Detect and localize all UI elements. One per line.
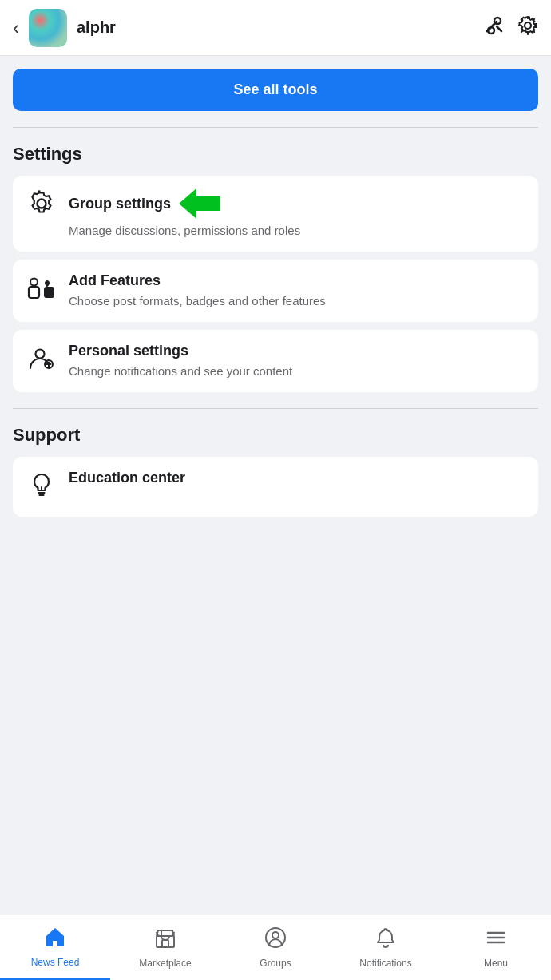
groups-icon — [264, 926, 287, 954]
tools-icon[interactable] — [484, 15, 505, 41]
header: ‹ alphr — [0, 0, 551, 56]
avatar — [29, 9, 67, 47]
education-center-text: Education center — [69, 470, 524, 490]
education-center-item[interactable]: Education center — [13, 457, 538, 517]
personal-settings-item[interactable]: Personal settings Change notifications a… — [13, 330, 538, 392]
home-icon — [44, 926, 66, 954]
see-all-tools-button[interactable]: See all tools — [13, 69, 538, 111]
group-settings-text: Group settings Manage discussions, permi… — [69, 188, 524, 239]
svg-point-17 — [272, 932, 279, 938]
header-icons — [484, 15, 538, 41]
menu-icon — [485, 926, 507, 954]
svg-point-9 — [30, 279, 38, 286]
add-features-title: Add Features — [69, 272, 524, 289]
settings-icon[interactable] — [517, 15, 538, 41]
settings-section: Settings Group settings — [13, 144, 538, 392]
nav-label-marketplace: Marketplace — [139, 958, 191, 969]
svg-point-5 — [525, 22, 531, 29]
nav-item-notifications[interactable]: Notifications — [331, 915, 441, 980]
gear-icon — [27, 190, 56, 223]
add-features-text: Add Features Choose post formats, badges… — [69, 272, 524, 309]
svg-point-1 — [494, 18, 501, 24]
settings-heading: Settings — [13, 144, 538, 165]
store-icon — [154, 926, 176, 954]
nav-item-groups[interactable]: Groups — [220, 915, 331, 980]
add-features-icon — [27, 274, 56, 308]
nav-label-notifications: Notifications — [359, 958, 411, 969]
svg-line-3 — [497, 26, 501, 31]
add-features-desc: Choose post formats, badges and other fe… — [69, 292, 524, 309]
bell-icon — [375, 926, 397, 954]
svg-rect-15 — [162, 940, 168, 947]
support-items-list: Education center — [13, 457, 538, 517]
green-arrow-icon — [179, 188, 220, 219]
bottom-spacer — [13, 533, 538, 613]
bulb-icon — [27, 471, 56, 504]
personal-settings-desc: Change notifications and see your conten… — [69, 363, 524, 379]
personal-settings-text: Personal settings Change notifications a… — [69, 343, 524, 379]
settings-items-list: Group settings Manage discussions, permi… — [13, 176, 538, 392]
nav-item-menu[interactable]: Menu — [441, 915, 551, 980]
personal-settings-icon — [27, 344, 56, 379]
add-features-item[interactable]: Add Features Choose post formats, badges… — [13, 260, 538, 322]
support-divider — [13, 408, 538, 409]
nav-item-marketplace[interactable]: Marketplace — [110, 915, 220, 980]
svg-marker-7 — [179, 188, 220, 219]
support-section: Support Education center — [13, 425, 538, 517]
svg-rect-14 — [157, 936, 174, 947]
main-content: See all tools Settings Group settings — [0, 56, 551, 625]
nav-label-groups: Groups — [260, 958, 291, 969]
section-divider — [13, 127, 538, 128]
svg-point-4 — [488, 27, 494, 34]
group-settings-desc: Manage discussions, permissions and role… — [69, 222, 524, 239]
svg-rect-10 — [44, 287, 54, 298]
svg-point-11 — [36, 350, 45, 359]
bottom-nav: News Feed Marketplace Groups — [0, 915, 551, 980]
page-title: alphr — [77, 18, 484, 37]
education-center-title: Education center — [69, 470, 524, 486]
personal-settings-title: Personal settings — [69, 343, 524, 359]
nav-label-menu: Menu — [484, 958, 508, 969]
group-settings-title: Group settings — [69, 188, 524, 219]
back-button[interactable]: ‹ — [13, 17, 19, 39]
nav-label-news-feed: News Feed — [31, 957, 80, 968]
svg-rect-8 — [29, 287, 39, 298]
support-heading: Support — [13, 425, 538, 446]
nav-item-news-feed[interactable]: News Feed — [0, 915, 110, 980]
svg-point-6 — [38, 200, 46, 208]
group-settings-item[interactable]: Group settings Manage discussions, permi… — [13, 176, 538, 252]
